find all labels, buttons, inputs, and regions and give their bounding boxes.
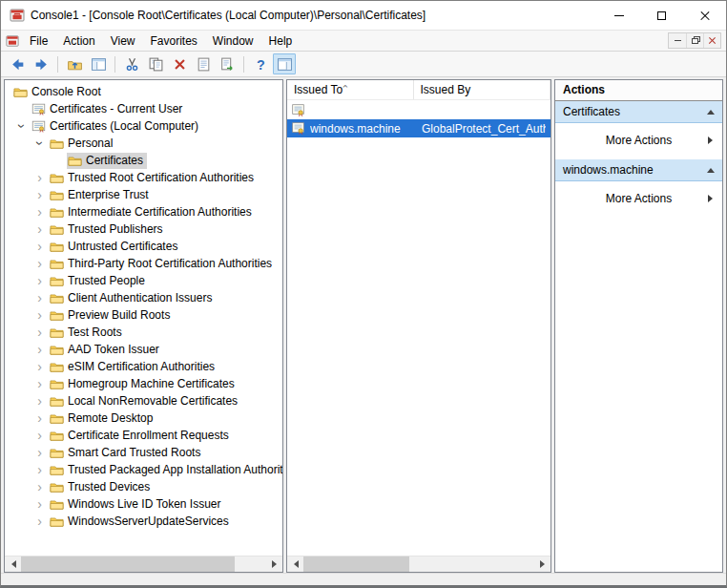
expander-collapsed-icon[interactable]: › [31, 188, 49, 201]
certificate-row[interactable]: windows.machineGlobalProtect_Cert_Auth [287, 119, 550, 137]
menu-help[interactable]: Help [261, 32, 301, 51]
tree-item-test-roots[interactable]: ›Test Roots [5, 324, 282, 341]
mdi-close-button[interactable] [703, 33, 720, 48]
expander-collapsed-icon[interactable]: › [31, 308, 49, 322]
tree-item-certificates[interactable]: Certificates [5, 152, 282, 169]
section-header-certificates[interactable]: Certificates [555, 101, 722, 123]
folder-icon [50, 274, 64, 288]
expander-collapsed-icon[interactable]: › [31, 360, 49, 373]
expander-collapsed-icon[interactable]: › [31, 171, 49, 184]
expander-collapsed-icon[interactable]: › [31, 222, 49, 236]
expander-collapsed-icon[interactable]: › [31, 446, 49, 459]
menu-file[interactable]: File [22, 32, 55, 51]
close-button[interactable] [683, 1, 726, 30]
expander-collapsed-icon[interactable]: › [31, 463, 49, 476]
action-label: More Actions [606, 192, 672, 205]
mdi-minimize-button[interactable] [669, 33, 686, 48]
scroll-left-button[interactable] [5, 556, 21, 572]
folder-icon [50, 326, 64, 340]
menu-view[interactable]: View [103, 32, 143, 51]
tree-item-trusted-packaged-app-installation-authorit[interactable]: ›Trusted Packaged App Installation Autho… [5, 461, 282, 478]
scroll-right-button[interactable] [266, 556, 282, 572]
tree-item-preview-build-roots[interactable]: ›Preview Build Roots [5, 306, 282, 324]
tree-item-label: Trusted People [68, 274, 145, 287]
expander-expanded-icon[interactable]: › [15, 117, 29, 136]
scroll-track[interactable] [303, 556, 534, 572]
mdi-restore-button[interactable] [686, 33, 703, 48]
properties-icon[interactable] [192, 53, 215, 74]
menu-window[interactable]: Window [205, 32, 261, 51]
tree-item-labelbox: Certificates [67, 153, 147, 169]
mdi-close-icon [708, 36, 717, 45]
tree-item-homegroup-machine-certificates[interactable]: ›Homegroup Machine Certificates [5, 375, 282, 392]
tree-item-certificates-current-user[interactable]: Certificates - Current User [5, 100, 282, 117]
expander-collapsed-icon[interactable]: › [31, 240, 49, 253]
expander-expanded-icon[interactable]: › [33, 135, 47, 153]
scroll-track[interactable] [21, 556, 266, 572]
tree-item-console-root[interactable]: Console Root [5, 83, 282, 100]
tree-item-remote-desktop[interactable]: ›Remote Desktop [5, 410, 282, 427]
expander-collapsed-icon[interactable]: › [31, 497, 49, 511]
maximize-button[interactable] [640, 1, 683, 30]
back-icon[interactable] [6, 53, 29, 74]
menu-action[interactable]: Action [55, 32, 102, 51]
tree-item-windowsserverupdateservices[interactable]: ›WindowsServerUpdateServices [5, 513, 282, 530]
certificate-row[interactable] [287, 101, 550, 119]
tree-item-certificates-local-computer[interactable]: ›Certificates (Local Computer) [5, 117, 282, 135]
tree-item-smart-card-trusted-roots[interactable]: ›Smart Card Trusted Roots [5, 444, 282, 461]
menu-favorites[interactable]: Favorites [143, 32, 205, 51]
action-more-actions[interactable]: More Actions [555, 128, 722, 153]
tree-item-trusted-publishers[interactable]: ›Trusted Publishers [5, 220, 282, 238]
section-header-windows-machine[interactable]: windows.machine [555, 159, 722, 181]
tree-item-windows-live-id-token-issuer[interactable]: ›Windows Live ID Token Issuer [5, 495, 282, 513]
expander-collapsed-icon[interactable]: › [31, 480, 49, 494]
cut-icon[interactable] [120, 53, 143, 74]
tree-item-enterprise-trust[interactable]: ›Enterprise Trust [5, 186, 282, 203]
column-header-issued-by[interactable]: Issued By [414, 80, 550, 99]
copy-icon[interactable] [144, 53, 167, 74]
tree-item-intermediate-certification-authorities[interactable]: ›Intermediate Certification Authorities [5, 203, 282, 220]
tree-item-label: Third-Party Root Certification Authoriti… [68, 257, 272, 270]
expander-collapsed-icon[interactable]: › [31, 394, 49, 408]
tree-item-trusted-devices[interactable]: ›Trusted Devices [5, 478, 282, 495]
tree-item-aad-token-issuer[interactable]: ›AAD Token Issuer [5, 341, 282, 358]
scroll-thumb[interactable] [21, 556, 235, 572]
tree-item-trusted-root-certification-authorities[interactable]: ›Trusted Root Certification Authorities [5, 169, 282, 186]
expander-collapsed-icon[interactable]: › [31, 274, 49, 287]
show-console-tree-icon[interactable] [87, 53, 110, 74]
tree-item-label: Personal [68, 136, 113, 150]
expander-collapsed-icon[interactable]: › [31, 514, 49, 528]
tree-item-certificate-enrollment-requests[interactable]: ›Certificate Enrollment Requests [5, 427, 282, 444]
minimize-button[interactable] [597, 1, 640, 30]
export-list-icon[interactable] [216, 53, 239, 74]
tree-item-third-party-root-certification-authorities[interactable]: ›Third-Party Root Certification Authorit… [5, 255, 282, 272]
tree-horizontal-scrollbar[interactable] [5, 556, 282, 572]
expander-collapsed-icon[interactable]: › [31, 343, 49, 356]
tree-item-local-nonremovable-certificates[interactable]: ›Local NonRemovable Certificates [5, 392, 282, 410]
expander-collapsed-icon[interactable]: › [31, 411, 49, 425]
expander-collapsed-icon[interactable]: › [31, 257, 49, 270]
tree-item-personal[interactable]: ›Personal [5, 135, 282, 152]
tree-item-label: Trusted Devices [68, 480, 150, 494]
tree-item-trusted-people[interactable]: ›Trusted People [5, 272, 282, 289]
tree-item-esim-certification-authorities[interactable]: ›eSIM Certification Authorities [5, 358, 282, 375]
toolbar-separator [243, 56, 244, 73]
tree-item-untrusted-certificates[interactable]: ›Untrusted Certificates [5, 238, 282, 255]
expander-collapsed-icon[interactable]: › [31, 205, 49, 219]
show-action-pane-icon[interactable] [273, 53, 296, 74]
expander-collapsed-icon[interactable]: › [31, 326, 49, 339]
scroll-left-button[interactable] [287, 556, 303, 572]
list-horizontal-scrollbar[interactable] [287, 556, 550, 572]
column-header-issued-to[interactable]: Issued To [287, 80, 414, 99]
action-more-actions[interactable]: More Actions [555, 186, 722, 211]
delete-icon[interactable] [168, 53, 191, 74]
up-one-level-icon[interactable] [63, 53, 86, 74]
expander-collapsed-icon[interactable]: › [31, 429, 49, 442]
expander-collapsed-icon[interactable]: › [31, 291, 49, 304]
forward-icon[interactable] [30, 53, 52, 74]
expander-collapsed-icon[interactable]: › [31, 377, 49, 390]
scroll-right-button[interactable] [534, 556, 550, 572]
tree-item-client-authentication-issuers[interactable]: ›Client Authentication Issuers [5, 289, 282, 306]
scroll-thumb[interactable] [303, 556, 409, 572]
help-icon[interactable]: ? [249, 53, 272, 74]
